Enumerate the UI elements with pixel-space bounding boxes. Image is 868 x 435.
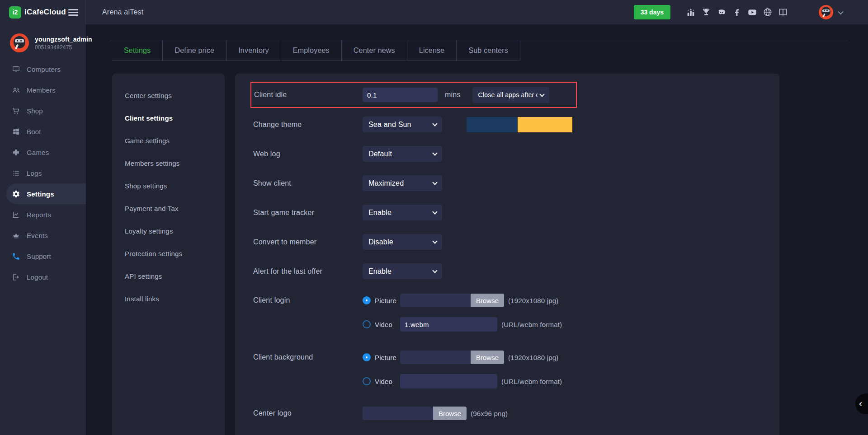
sidebar-item-support[interactable]: Support bbox=[0, 246, 86, 267]
chevron-down-icon bbox=[432, 239, 437, 243]
client-background-video-input[interactable] bbox=[400, 374, 497, 388]
client-idle-highlight: Client idle mins Close all apps after ch… bbox=[250, 82, 577, 108]
nav-shop-settings[interactable]: Shop settings bbox=[125, 182, 225, 190]
tab-center-news[interactable]: Center news bbox=[342, 40, 407, 61]
sidebar-item-label: Boot bbox=[27, 128, 41, 136]
web-log-row: Web log Default bbox=[253, 146, 779, 162]
nav-game-settings[interactable]: Game settings bbox=[125, 137, 225, 145]
sidebar-item-boot[interactable]: Boot bbox=[0, 121, 86, 142]
chevron-down-icon bbox=[838, 9, 844, 14]
browse-button[interactable]: Browse bbox=[471, 294, 504, 307]
ranking-icon[interactable] bbox=[686, 7, 696, 17]
client-login-picture-input[interactable] bbox=[400, 294, 471, 307]
nav-protection-settings[interactable]: Protection settings bbox=[125, 250, 225, 257]
youtube-icon[interactable] bbox=[747, 7, 757, 17]
theme-preview-swatches bbox=[467, 117, 572, 132]
radio-label: Picture bbox=[375, 354, 400, 361]
nav-api-settings[interactable]: API settings bbox=[125, 272, 225, 280]
globe-icon[interactable] bbox=[763, 7, 773, 17]
facebook-icon[interactable] bbox=[732, 7, 742, 17]
client-idle-unit: mins bbox=[445, 91, 461, 99]
topbar: i2 iCafeCloud Arena aiTest 33 days bbox=[0, 0, 868, 24]
theme-swatch-navy bbox=[467, 117, 518, 132]
video-radio[interactable] bbox=[363, 320, 371, 328]
change-theme-row: Change theme Sea and Sun bbox=[253, 117, 779, 132]
nav-install-links[interactable]: Install links bbox=[125, 295, 225, 303]
start-game-tracker-select[interactable]: Enable bbox=[363, 205, 442, 220]
convert-to-member-row: Convert to member Disable bbox=[253, 234, 779, 250]
video-radio[interactable] bbox=[363, 377, 371, 385]
format-note: (1920x1080 jpg) bbox=[508, 297, 558, 304]
tab-label: Define price bbox=[175, 47, 214, 55]
convert-to-member-select[interactable]: Disable bbox=[363, 234, 442, 250]
sidebar-user: youngzsoft_admin 005193482475 bbox=[0, 24, 86, 59]
sidebar-item-computers[interactable]: Computers bbox=[0, 59, 86, 80]
client-background-picture-input[interactable] bbox=[400, 351, 471, 364]
chevron-down-icon bbox=[432, 180, 437, 185]
main-content: Settings Define price Inventory Employee… bbox=[86, 24, 868, 435]
web-log-select[interactable]: Default bbox=[363, 146, 442, 162]
tab-employees[interactable]: Employees bbox=[281, 40, 342, 61]
picture-radio[interactable] bbox=[363, 296, 371, 304]
sidebar-item-games[interactable]: Games bbox=[0, 142, 86, 163]
license-days-badge[interactable]: 33 days bbox=[634, 5, 670, 19]
sidebar-item-label: Reports bbox=[27, 211, 51, 219]
client-settings-form: Client idle mins Close all apps after ch… bbox=[235, 74, 779, 435]
trophy-icon[interactable] bbox=[701, 7, 711, 17]
tab-settings[interactable]: Settings bbox=[112, 40, 163, 61]
nav-payment-and-tax[interactable]: Payment and Tax bbox=[125, 205, 225, 212]
tab-bar: Settings Define price Inventory Employee… bbox=[112, 40, 520, 61]
sidebar-item-members[interactable]: Members bbox=[0, 80, 86, 100]
tab-label: License bbox=[419, 47, 445, 55]
browse-button[interactable]: Browse bbox=[471, 351, 504, 364]
client-idle-input[interactable] bbox=[363, 88, 438, 102]
nav-client-settings[interactable]: Client settings bbox=[125, 114, 225, 122]
client-login-video-input[interactable] bbox=[400, 317, 497, 332]
picture-radio[interactable] bbox=[363, 353, 371, 361]
user-avatar bbox=[10, 33, 29, 52]
sidebar-item-logout[interactable]: Logout bbox=[0, 267, 86, 287]
discord-icon[interactable] bbox=[717, 7, 726, 17]
settings-nav: Center settings Client settings Game set… bbox=[112, 74, 225, 435]
show-client-select[interactable]: Maximized bbox=[363, 175, 442, 191]
tab-define-price[interactable]: Define price bbox=[163, 40, 226, 61]
chevron-down-icon bbox=[432, 209, 437, 214]
client-background-picture-option: Picture Browse (1920x1080 jpg) bbox=[363, 351, 562, 364]
icafecloud-logo-icon: i2 bbox=[9, 6, 21, 19]
format-note: (URL/webm format) bbox=[501, 378, 562, 385]
user-menu[interactable] bbox=[819, 5, 843, 19]
nav-center-settings[interactable]: Center settings bbox=[125, 92, 225, 99]
sidebar-item-label: Events bbox=[27, 232, 48, 239]
change-theme-select[interactable]: Sea and Sun bbox=[363, 117, 442, 132]
sidebar-item-settings[interactable]: Settings bbox=[6, 183, 86, 204]
avatar bbox=[819, 5, 833, 19]
alert-last-offer-select[interactable]: Enable bbox=[363, 263, 442, 279]
tab-label: Sub centers bbox=[468, 47, 508, 55]
format-note: (URL/webm format) bbox=[501, 321, 562, 328]
client-idle-action-select[interactable]: Close all apps after che bbox=[472, 87, 549, 103]
tab-sub-centers[interactable]: Sub centers bbox=[457, 40, 520, 61]
sidebar-item-label: Computers bbox=[27, 65, 61, 73]
tab-inventory[interactable]: Inventory bbox=[226, 40, 281, 61]
nav-members-settings[interactable]: Members settings bbox=[125, 159, 225, 167]
nav-loyalty-settings[interactable]: Loyalty settings bbox=[125, 227, 225, 235]
sidebar-item-events[interactable]: Events bbox=[0, 225, 86, 246]
web-log-label: Web log bbox=[253, 150, 363, 158]
tab-license[interactable]: License bbox=[407, 40, 457, 61]
center-logo-input[interactable] bbox=[363, 407, 433, 420]
sidebar-item-shop[interactable]: Shop bbox=[0, 100, 86, 121]
client-login-label: Client login bbox=[253, 296, 363, 304]
cart-icon bbox=[12, 107, 20, 115]
windows-icon bbox=[12, 127, 20, 136]
hamburger-menu-icon[interactable] bbox=[68, 8, 78, 17]
brand[interactable]: i2 iCafeCloud bbox=[0, 0, 86, 24]
client-login-picture-option: Picture Browse (1920x1080 jpg) bbox=[363, 294, 562, 307]
chevron-down-icon bbox=[432, 150, 437, 155]
users-icon bbox=[12, 86, 20, 94]
sidebar-item-logs[interactable]: Logs bbox=[0, 163, 86, 183]
sidebar: youngzsoft_admin 005193482475 Computers … bbox=[0, 24, 86, 435]
browse-button[interactable]: Browse bbox=[433, 407, 467, 420]
sidebar-item-reports[interactable]: Reports bbox=[0, 204, 86, 225]
radio-label: Picture bbox=[375, 297, 400, 304]
docs-icon[interactable] bbox=[778, 7, 788, 17]
